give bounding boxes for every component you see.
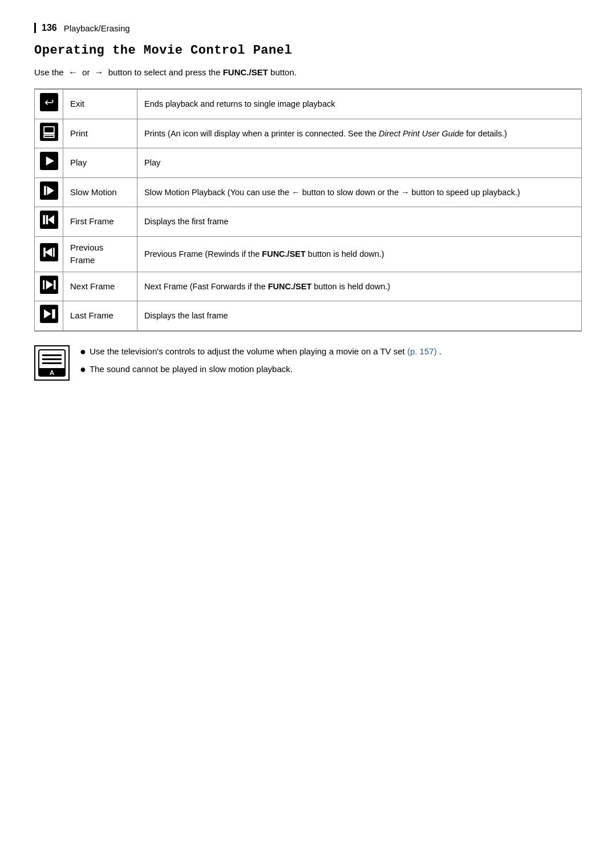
table-row: Last Frame Displays the last frame bbox=[35, 301, 582, 331]
play-icon bbox=[40, 152, 58, 170]
icon-cell-previous-frame bbox=[35, 236, 63, 272]
icon-cell-next-frame bbox=[35, 272, 63, 301]
svg-rect-30 bbox=[42, 358, 62, 360]
svg-rect-11 bbox=[44, 186, 46, 195]
exit-icon: ↩ bbox=[40, 93, 58, 111]
bullet-dot-1: ● bbox=[80, 345, 86, 358]
desc-cell-exit: Ends playback and returns to single imag… bbox=[137, 89, 582, 119]
desc-cell-previous-frame: Previous Frame (Rewinds if the FUNC./SET… bbox=[137, 236, 582, 272]
next-frame-icon bbox=[40, 276, 58, 294]
table-row: Previous Frame Previous Frame (Rewinds i… bbox=[35, 236, 582, 272]
note-symbol-icon: A bbox=[37, 348, 67, 378]
svg-text:A: A bbox=[50, 369, 54, 376]
page-section: Playback/Erasing bbox=[64, 23, 130, 33]
page-number: 136 bbox=[42, 23, 57, 33]
label-cell-first-frame: First Frame bbox=[63, 207, 137, 237]
table-row: Print Prints (An icon will display when … bbox=[35, 119, 582, 148]
note-text-1: Use the television's controls to adjust … bbox=[90, 345, 441, 358]
icon-cell-play bbox=[35, 148, 63, 178]
label-cell-play: Play bbox=[63, 148, 137, 178]
svg-rect-14 bbox=[46, 215, 48, 224]
svg-rect-19 bbox=[53, 248, 55, 257]
label-cell-next-frame: Next Frame bbox=[63, 272, 137, 301]
direct-print-guide-link: Direct Print User Guide bbox=[379, 129, 464, 138]
slow-motion-icon bbox=[40, 181, 58, 200]
print-icon bbox=[40, 123, 58, 141]
desc-cell-last-frame: Displays the last frame bbox=[137, 301, 582, 331]
desc-cell-slow-motion: Slow Motion Playback (You can use the ← … bbox=[137, 177, 582, 207]
note-box: A ● Use the television's controls to adj… bbox=[34, 345, 582, 381]
control-panel-table: ↩ Exit Ends playback and returns to sing… bbox=[34, 88, 582, 332]
svg-rect-13 bbox=[43, 215, 45, 224]
desc-cell-next-frame: Next Frame (Fast Forwards if the FUNC./S… bbox=[137, 272, 582, 301]
arrow-right-icon: → bbox=[95, 67, 104, 77]
first-frame-icon bbox=[40, 211, 58, 229]
note-content: ● Use the television's controls to adjus… bbox=[80, 345, 441, 377]
svg-rect-4 bbox=[44, 127, 54, 132]
icon-cell-print bbox=[35, 119, 63, 148]
last-frame-icon bbox=[40, 305, 58, 323]
desc-cell-print: Prints (An icon will display when a prin… bbox=[137, 119, 582, 148]
label-cell-slow-motion: Slow Motion bbox=[63, 177, 137, 207]
label-cell-print: Print bbox=[63, 119, 137, 148]
icon-cell-slow-motion bbox=[35, 177, 63, 207]
label-cell-last-frame: Last Frame bbox=[63, 301, 137, 331]
func-set-label: FUNC./SET bbox=[223, 67, 268, 77]
svg-rect-22 bbox=[54, 280, 56, 289]
desc-cell-play: Play bbox=[137, 148, 582, 178]
icon-cell-first-frame bbox=[35, 207, 63, 237]
svg-rect-6 bbox=[44, 136, 54, 137]
page-header: 136 Playback/Erasing bbox=[34, 23, 582, 33]
icon-cell-exit: ↩ bbox=[35, 89, 63, 119]
note-item-2: ● The sound cannot be played in slow mot… bbox=[80, 363, 441, 376]
table-row: Next Frame Next Frame (Fast Forwards if … bbox=[35, 272, 582, 301]
label-cell-exit: Exit bbox=[63, 89, 137, 119]
svg-rect-18 bbox=[43, 248, 46, 257]
svg-rect-29 bbox=[42, 354, 62, 356]
previous-frame-icon bbox=[40, 243, 58, 261]
table-row: Play Play bbox=[35, 148, 582, 178]
note-text-2: The sound cannot be played in slow motio… bbox=[90, 363, 293, 376]
table-row: Slow Motion Slow Motion Playback (You ca… bbox=[35, 177, 582, 207]
table-row: First Frame Displays the first frame bbox=[35, 207, 582, 237]
icon-cell-last-frame bbox=[35, 301, 63, 331]
desc-cell-first-frame: Displays the first frame bbox=[137, 207, 582, 237]
label-cell-previous-frame: Previous Frame bbox=[63, 236, 137, 272]
section-title: Operating the Movie Control Panel bbox=[34, 43, 582, 58]
arrow-left-icon: ← bbox=[68, 67, 78, 77]
page-link-157[interactable]: (p. 157) bbox=[407, 346, 437, 356]
intro-text: Use the ← or → button to select and pres… bbox=[34, 66, 582, 79]
svg-rect-31 bbox=[42, 362, 62, 364]
svg-rect-23 bbox=[43, 280, 44, 289]
note-item-1: ● Use the television's controls to adjus… bbox=[80, 345, 441, 358]
svg-rect-27 bbox=[53, 309, 55, 318]
table-row: ↩ Exit Ends playback and returns to sing… bbox=[35, 89, 582, 119]
bullet-dot-2: ● bbox=[80, 363, 86, 376]
svg-text:↩: ↩ bbox=[44, 96, 54, 108]
note-icon: A bbox=[34, 345, 70, 381]
